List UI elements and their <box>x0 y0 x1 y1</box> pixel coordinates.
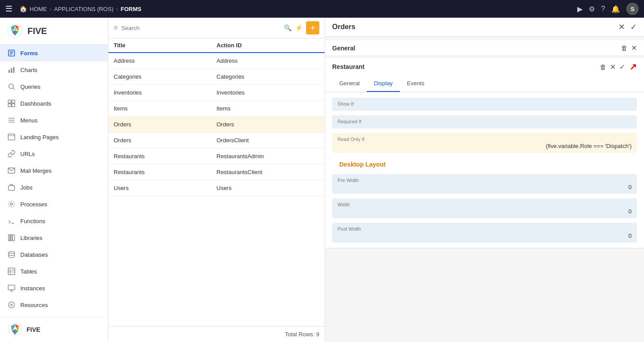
sidebar-item-instances-label: Instances <box>20 285 45 292</box>
tab-display[interactable]: Display <box>367 76 400 92</box>
add-button[interactable]: + <box>306 21 319 34</box>
sidebar-item-jobs[interactable]: Jobs <box>0 179 108 196</box>
bell-icon[interactable]: 🔔 <box>611 5 620 13</box>
sidebar-item-forms[interactable]: Forms <box>0 45 108 61</box>
topbar: ☰ 🏠 HOME › APPLICATIONS (ROS) › FORMS ▶ … <box>0 0 644 18</box>
applications-nav[interactable]: APPLICATIONS (ROS) <box>54 6 113 12</box>
col-title: Title <box>114 42 217 49</box>
general-section-header: General 🗑 ✕ <box>325 40 644 56</box>
databases-icon <box>7 250 16 259</box>
breadcrumb: 🏠 HOME › APPLICATIONS (ROS) › FORMS <box>19 5 574 12</box>
cell-action-id: RestaurantsAdmin <box>217 153 320 160</box>
table-row[interactable]: Inventories Inventories <box>108 85 325 101</box>
sidebar-item-libraries[interactable]: Libraries <box>0 229 108 246</box>
cell-action-id: Inventories <box>217 89 320 96</box>
pre-width-field: Pre Width 0 <box>332 174 637 194</box>
detail-header: Orders ✕ ✓ <box>325 18 644 37</box>
sidebar-item-processes[interactable]: Processes <box>0 196 108 213</box>
cell-action-id: RestaurantsClient <box>217 169 320 175</box>
list-panel: ≡ 🔍 ⚡ + Title Action ID Address Address … <box>108 18 325 342</box>
sidebar-item-instances[interactable]: Instances <box>0 280 108 296</box>
menu-icon[interactable]: ☰ <box>5 4 12 14</box>
cell-action-id: Orders <box>217 121 320 128</box>
sidebar-item-urls-label: URLs <box>20 151 35 157</box>
svg-rect-38 <box>8 285 15 290</box>
table-row[interactable]: Categories Categories <box>108 69 325 85</box>
sidebar-item-menus[interactable]: Menus <box>0 112 108 129</box>
svg-rect-13 <box>11 68 12 73</box>
cell-title: Address <box>114 57 217 64</box>
table-footer: Total Rows: 9 <box>108 326 325 342</box>
table-row[interactable]: Orders OrdersClient <box>108 133 325 148</box>
close-restaurant-button[interactable]: ✕ <box>610 61 616 72</box>
table-row[interactable]: Restaurants RestaurantsClient <box>108 164 325 180</box>
svg-rect-20 <box>12 104 15 107</box>
sidebar-item-queries[interactable]: Queries <box>0 78 108 95</box>
five-bottom-logo-icon <box>7 322 23 338</box>
sidebar-item-documents[interactable]: Documents <box>0 313 108 317</box>
topbar-actions: ▶ ⚙ ? 🔔 S <box>577 3 639 15</box>
tab-events[interactable]: Events <box>400 76 432 92</box>
close-general-button[interactable]: ✕ <box>631 44 637 52</box>
landing-pages-icon <box>7 133 16 141</box>
sidebar-item-landing-pages[interactable]: Landing Pages <box>0 129 108 145</box>
search-icon[interactable]: 🔍 <box>284 24 291 31</box>
required-if-label: Required If <box>337 119 632 124</box>
sidebar-item-landing-pages-label: Landing Pages <box>20 134 59 141</box>
search-topbar-icon[interactable]: ⚙ <box>589 5 595 13</box>
detail-title: Orders <box>332 23 355 31</box>
forms-nav[interactable]: FORMS <box>121 6 142 12</box>
sidebar-item-charts[interactable]: Charts <box>0 61 108 78</box>
play-icon[interactable]: ▶ <box>577 5 583 13</box>
sidebar-item-dashboards[interactable]: Dashboards <box>0 95 108 112</box>
table-row-selected[interactable]: Orders Orders <box>108 117 325 133</box>
resources-icon <box>7 300 16 309</box>
svg-rect-30 <box>8 235 10 241</box>
home-nav[interactable]: HOME <box>30 6 47 12</box>
sidebar-item-databases[interactable]: Databases <box>0 246 108 263</box>
search-input[interactable] <box>121 25 280 31</box>
post-width-label: Post Width <box>337 226 632 232</box>
svg-point-28 <box>11 203 13 205</box>
delete-general-button[interactable]: 🗑 <box>621 44 628 52</box>
sidebar-item-queries-label: Queries <box>20 84 41 90</box>
processes-icon <box>7 200 16 209</box>
table-row[interactable]: Restaurants RestaurantsAdmin <box>108 148 325 164</box>
svg-rect-19 <box>8 104 12 107</box>
tables-icon <box>7 267 16 276</box>
help-icon[interactable]: ? <box>601 5 605 13</box>
sidebar-item-mail-merges[interactable]: Mail Merges <box>0 162 108 179</box>
table-row[interactable]: Address Address <box>108 53 325 69</box>
sidebar-item-resources[interactable]: Resources <box>0 296 108 313</box>
col-action-id: Action ID <box>217 42 320 49</box>
svg-rect-32 <box>12 235 15 241</box>
bolt-icon[interactable]: ⚡ <box>295 24 303 31</box>
sidebar-item-functions[interactable]: Functions <box>0 213 108 229</box>
sidebar-item-charts-label: Charts <box>20 67 37 73</box>
sidebar-logo: FIVE <box>0 18 108 45</box>
sidebar-item-urls[interactable]: URLs <box>0 145 108 162</box>
sidebar-item-processes-label: Processes <box>20 201 47 208</box>
general-section-actions: 🗑 ✕ <box>621 44 637 52</box>
user-avatar[interactable]: S <box>626 3 639 15</box>
svg-marker-7 <box>14 29 16 30</box>
svg-rect-14 <box>13 67 15 73</box>
table-row[interactable]: Items Items <box>108 101 325 117</box>
sidebar-item-tables-label: Tables <box>20 268 37 275</box>
svg-rect-12 <box>8 70 10 73</box>
delete-restaurant-button[interactable]: 🗑 <box>600 61 606 72</box>
table-row[interactable]: Users Users <box>108 180 325 196</box>
form-content: Show If Required If Read Only If (five.v… <box>325 92 644 248</box>
pre-width-value: 0 <box>337 184 632 190</box>
filter-icon[interactable]: ≡ <box>114 24 118 32</box>
tab-general[interactable]: General <box>332 76 367 92</box>
table-body: Address Address Categories Categories In… <box>108 53 325 326</box>
close-detail-button[interactable]: ✕ <box>618 22 625 32</box>
check-detail-button[interactable]: ✓ <box>630 22 637 32</box>
cell-title: Restaurants <box>114 169 217 175</box>
forms-icon <box>7 49 16 57</box>
sidebar-item-tables[interactable]: Tables <box>0 263 108 280</box>
check-restaurant-button[interactable]: ✓ <box>619 61 625 72</box>
queries-icon <box>7 82 16 91</box>
sidebar-item-menus-label: Menus <box>20 117 38 124</box>
